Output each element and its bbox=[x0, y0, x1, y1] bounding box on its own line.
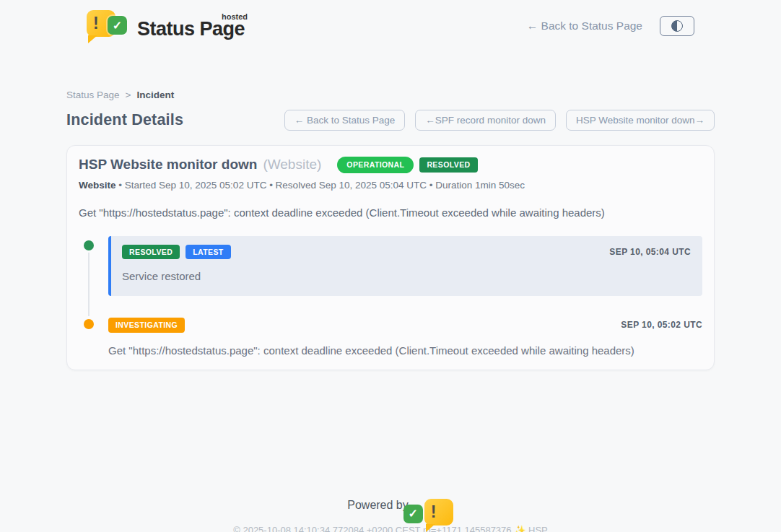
update-timestamp: SEP 10, 05:04 UTC bbox=[609, 247, 691, 257]
timeline-item-resolved: RESOLVED LATEST SEP 10, 05:04 UTC Servic… bbox=[79, 236, 702, 297]
half-circle-icon bbox=[671, 20, 683, 32]
logo-text: Status Page bbox=[137, 19, 245, 43]
incident-meta-times: • Started Sep 10, 2025 05:02 UTC • Resol… bbox=[118, 180, 525, 191]
breadcrumb-incident: Incident bbox=[136, 90, 174, 100]
timeline-dot-orange bbox=[84, 319, 94, 329]
breadcrumb: Status Page > Incident bbox=[66, 90, 715, 100]
update-message: Get "https://hostedstatus.page": context… bbox=[108, 344, 702, 357]
update-investigating-badge: INVESTIGATING bbox=[108, 318, 185, 333]
breadcrumb-status-page[interactable]: Status Page bbox=[66, 90, 120, 100]
incident-timeline: RESOLVED LATEST SEP 10, 05:04 UTC Servic… bbox=[79, 236, 702, 357]
timeline-update-investigating: INVESTIGATING SEP 10, 05:02 UTC Get "htt… bbox=[108, 315, 702, 357]
powered-by-label: Powered by bbox=[347, 499, 409, 512]
powered-by-link[interactable]: Powered by ! ✓ bbox=[0, 497, 781, 513]
incident-meta: Website • Started Sep 10, 2025 05:02 UTC… bbox=[79, 180, 702, 191]
main-content: Status Page > Incident Incident Details … bbox=[66, 90, 715, 370]
powered-by-logo-icon: ! ✓ bbox=[415, 497, 434, 513]
check-icon: ✓ bbox=[108, 16, 127, 35]
update-resolved-badge: RESOLVED bbox=[122, 245, 180, 260]
incident-scope: (Website) bbox=[263, 157, 321, 173]
timeline-item-investigating: INVESTIGATING SEP 10, 05:02 UTC Get "htt… bbox=[79, 315, 702, 357]
logo-superscript: hosted bbox=[222, 12, 248, 21]
incident-service-name: Website bbox=[79, 180, 116, 191]
page-title: Incident Details bbox=[66, 111, 183, 129]
incident-title: HSP Website monitor down bbox=[79, 157, 257, 173]
next-incident-button[interactable]: HSP Website monitor down→ bbox=[566, 110, 715, 131]
app-logo[interactable]: ! ✓ hosted Status Page bbox=[87, 9, 248, 43]
timeline-dot-green bbox=[84, 240, 94, 250]
incident-description: Get "https://hostedstatus.page": context… bbox=[79, 206, 702, 219]
breadcrumb-separator: > bbox=[126, 90, 131, 100]
incident-nav-buttons: ← Back to Status Page ←SPF record monito… bbox=[284, 110, 715, 131]
prev-incident-button[interactable]: ←SPF record monitor down bbox=[415, 110, 556, 131]
update-message: Service restored bbox=[122, 270, 691, 282]
timeline-update-latest: RESOLVED LATEST SEP 10, 05:04 UTC Servic… bbox=[108, 236, 702, 297]
logo-speech-bubble-icon: ! ✓ bbox=[87, 9, 128, 43]
page-footer: Powered by ! ✓ © 2025-10-08 14:10:34.772… bbox=[0, 497, 781, 532]
update-timestamp: SEP 10, 05:02 UTC bbox=[621, 320, 702, 330]
incident-card: HSP Website monitor down (Website) OPERA… bbox=[66, 145, 715, 370]
app-header: ! ✓ hosted Status Page ← Back to Status … bbox=[0, 0, 781, 43]
back-to-status-page-button[interactable]: ← Back to Status Page bbox=[284, 110, 406, 131]
resolved-status-badge: RESOLVED bbox=[419, 157, 477, 173]
theme-toggle-button[interactable] bbox=[660, 16, 694, 36]
update-latest-badge: LATEST bbox=[186, 245, 230, 260]
exclamation-icon: ! bbox=[93, 14, 99, 33]
copyright-text: © 2025-10-08 14:10:34.772084 +0200 CEST … bbox=[0, 525, 781, 532]
operational-badge: OPERATIONAL bbox=[337, 157, 414, 173]
header-back-link[interactable]: ← Back to Status Page bbox=[527, 19, 642, 32]
